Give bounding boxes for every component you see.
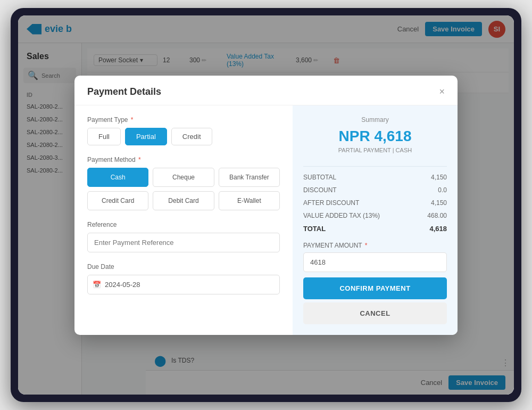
total-value: 4,618 bbox=[429, 225, 447, 233]
due-date-label: Due Date bbox=[87, 263, 280, 270]
cancel-payment-button[interactable]: CANCEL bbox=[303, 302, 447, 324]
method-ewallet-button[interactable]: E-Wallet bbox=[219, 191, 280, 210]
summary-total-row: TOTAL 4,618 bbox=[303, 222, 447, 235]
after-discount-value: 4,150 bbox=[431, 199, 447, 207]
payment-type-row: Full Partial Credit bbox=[87, 128, 280, 145]
modal-overlay: Payment Details × Payment Type * Full bbox=[18, 15, 514, 395]
method-cash-button[interactable]: Cash bbox=[87, 168, 148, 187]
due-date-input[interactable] bbox=[87, 275, 280, 294]
summary-divider bbox=[303, 166, 447, 167]
tablet-frame: evie b Cancel Save Invoice SI Sales 🔍 ID… bbox=[11, 8, 521, 402]
confirm-payment-button[interactable]: CONFIRM PAYMENT bbox=[303, 277, 447, 299]
vat-label: VALUE ADDED TAX (13%) bbox=[303, 212, 380, 219]
discount-label: DISCOUNT bbox=[303, 186, 337, 194]
required-star-3: * bbox=[365, 242, 368, 249]
summary-discount-row: DISCOUNT 0.0 bbox=[303, 184, 447, 196]
modal-right-panel: Summary NPR 4,618 PARTIAL PAYMENT | CASH… bbox=[293, 105, 458, 335]
payment-type-partial-button[interactable]: Partial bbox=[125, 128, 167, 145]
payment-amount-label: PAYMENT AMOUNT * bbox=[303, 242, 447, 249]
modal-title: Payment Details bbox=[87, 86, 161, 97]
required-star-2: * bbox=[138, 156, 141, 163]
subtotal-value: 4,150 bbox=[431, 174, 447, 181]
discount-value: 0.0 bbox=[438, 186, 447, 194]
due-date-wrapper: 📅 bbox=[87, 275, 280, 294]
summary-vat-row: VALUE ADDED TAX (13%) 468.00 bbox=[303, 209, 447, 222]
payment-modal: Payment Details × Payment Type * Full bbox=[74, 76, 458, 335]
modal-left-panel: Payment Type * Full Partial Credit Payme… bbox=[74, 105, 293, 335]
payment-type-full-button[interactable]: Full bbox=[87, 128, 121, 145]
after-discount-label: AFTER DISCOUNT bbox=[303, 199, 359, 207]
modal-close-button[interactable]: × bbox=[439, 87, 445, 96]
reference-input[interactable] bbox=[87, 233, 280, 252]
required-star: * bbox=[131, 116, 134, 124]
payment-type-credit-button[interactable]: Credit bbox=[171, 128, 212, 145]
summary-title: Summary bbox=[303, 116, 447, 124]
reference-label: Reference bbox=[87, 221, 280, 228]
summary-subtotal-row: SUBTOTAL 4,150 bbox=[303, 171, 447, 184]
subtotal-label: SUBTOTAL bbox=[303, 174, 336, 181]
method-credit-card-button[interactable]: Credit Card bbox=[87, 191, 148, 210]
modal-header: Payment Details × bbox=[74, 76, 458, 105]
method-debit-card-button[interactable]: Debit Card bbox=[153, 191, 214, 210]
vat-value: 468.00 bbox=[427, 212, 447, 219]
tablet-screen: evie b Cancel Save Invoice SI Sales 🔍 ID… bbox=[18, 15, 514, 395]
summary-amount: NPR 4,618 bbox=[303, 128, 447, 145]
summary-after-discount-row: AFTER DISCOUNT 4,150 bbox=[303, 196, 447, 209]
total-label: TOTAL bbox=[303, 225, 326, 233]
payment-method-grid: Cash Cheque Bank Transfer Credit Card De… bbox=[87, 168, 280, 210]
payment-type-label: Payment Type * bbox=[87, 116, 280, 124]
method-cheque-button[interactable]: Cheque bbox=[153, 168, 214, 187]
modal-body: Payment Type * Full Partial Credit Payme… bbox=[74, 105, 458, 335]
summary-subtitle: PARTIAL PAYMENT | CASH bbox=[303, 147, 447, 153]
payment-amount-input[interactable] bbox=[303, 252, 447, 272]
method-bank-transfer-button[interactable]: Bank Transfer bbox=[219, 168, 280, 187]
payment-method-label: Payment Method * bbox=[87, 156, 280, 163]
calendar-icon: 📅 bbox=[93, 281, 101, 289]
